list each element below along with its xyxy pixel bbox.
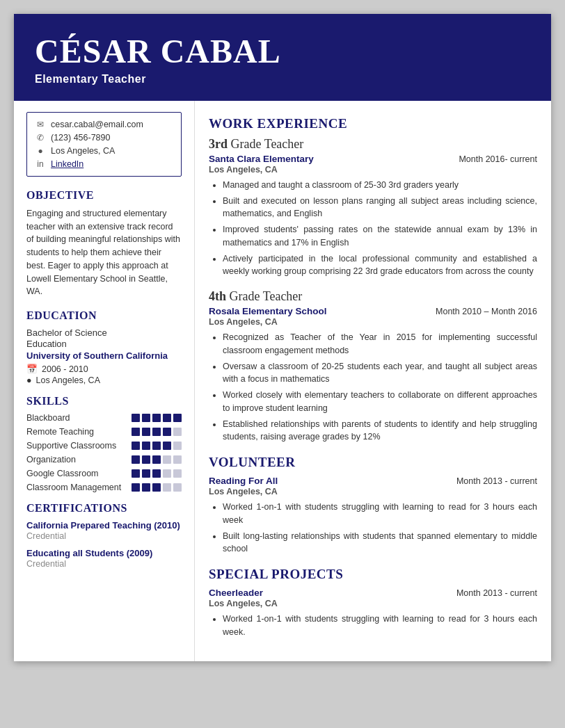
cert-name: California Prepared Teaching (2010) — [26, 520, 182, 531]
map-pin-icon: ● — [26, 375, 32, 385]
skill-dots — [132, 414, 182, 422]
resume-container: CÉSAR CABAL Elementary Teacher ✉ cesar.c… — [14, 14, 551, 661]
special-project-bullet: Worked 1-on-1 with students struggling w… — [223, 613, 537, 639]
contact-phone: ✆ (123) 456-7890 — [35, 133, 173, 143]
skill-item: Supportive Classrooms — [26, 441, 182, 451]
main-content: WORK EXPERIENCE 3rd Grade TeacherSanta C… — [195, 101, 551, 661]
job-item: 3rd Grade TeacherSanta Clara ElementaryM… — [209, 137, 537, 278]
job-title-line: 4th Grade Teacher — [209, 289, 537, 304]
volunteer-title: VOLUNTEER — [209, 455, 537, 470]
skill-dot-empty — [163, 455, 171, 464]
objective-text: Engaging and structured elementary teach… — [26, 207, 182, 298]
skill-dot-filled — [132, 414, 140, 422]
skill-dots — [132, 469, 182, 478]
special-projects-section: SPECIAL PROJECTS Cheerleader Month 2013 … — [209, 567, 537, 639]
skill-item: Organization — [26, 455, 182, 464]
job-bullet: Oversaw a classroom of 20-25 students ea… — [223, 360, 537, 387]
job-bullet: Actively participated in the local profe… — [223, 252, 537, 279]
skills-title: SKILLS — [26, 395, 182, 407]
skill-dot-empty — [173, 428, 182, 436]
job-company: Santa Clara Elementary — [209, 154, 314, 164]
skill-dot-empty — [173, 442, 182, 450]
skill-item: Classroom Management — [26, 483, 182, 492]
volunteer-location: Los Angeles, CA — [209, 487, 537, 496]
volunteer-bullets: Worked 1-on-1 with students struggling w… — [209, 501, 537, 556]
skill-dot-empty — [173, 483, 182, 492]
skill-dot-filled — [152, 455, 161, 464]
job-item: 4th Grade TeacherRosala Elementary Schoo… — [209, 289, 537, 444]
skill-dot-filled — [152, 414, 161, 422]
jobs-list: 3rd Grade TeacherSanta Clara ElementaryM… — [209, 137, 537, 444]
skill-item: Google Classroom — [26, 469, 182, 478]
special-project-name: Cheerleader — [209, 588, 263, 598]
objective-title: OBJECTIVE — [26, 189, 182, 202]
job-bullets: Managed and taught a classroom of 25-30 … — [209, 179, 537, 278]
skill-dot-filled — [142, 469, 150, 478]
body-section: ✉ cesar.cabal@email.com ✆ (123) 456-7890… — [14, 101, 551, 661]
contact-block: ✉ cesar.cabal@email.com ✆ (123) 456-7890… — [26, 112, 182, 177]
contact-email: ✉ cesar.cabal@email.com — [35, 120, 173, 129]
skill-dots — [132, 455, 182, 464]
skills-list: BlackboardRemote TeachingSupportive Clas… — [26, 413, 182, 492]
job-bullet: Managed and taught a classroom of 25-30 … — [223, 179, 537, 192]
job-bullet: Recognized as Teacher of the Year in 201… — [223, 331, 537, 357]
skill-name: Google Classroom — [26, 469, 132, 478]
linkedin-icon: in — [35, 159, 45, 169]
phone-icon: ✆ — [35, 133, 45, 143]
certifications-title: CERTIFICATIONS — [26, 502, 182, 515]
skill-dot-filled — [152, 428, 161, 436]
edu-university: University of Southern California — [26, 350, 182, 361]
skill-dot-empty — [163, 469, 171, 478]
edu-years: 📅 2006 - 2010 — [26, 364, 182, 374]
skill-dot-filled — [132, 428, 140, 436]
work-experience-title: WORK EXPERIENCE — [209, 116, 537, 131]
skill-dots — [132, 483, 182, 492]
skill-dot-filled — [163, 442, 171, 450]
skill-dot-filled — [142, 414, 150, 422]
cert-name: Educating all Students (2009) — [26, 548, 182, 558]
contact-location: ● Los Angeles, CA — [35, 146, 173, 156]
work-experience-section: WORK EXPERIENCE 3rd Grade TeacherSanta C… — [209, 116, 537, 444]
job-bullet: Worked closely with elementary teachers … — [223, 389, 537, 415]
special-project-location: Los Angeles, CA — [209, 599, 537, 608]
skill-name: Supportive Classrooms — [26, 441, 132, 451]
job-bullet: Improved students' passing rates on the … — [223, 223, 537, 250]
volunteer-job: Reading For All Month 2013 - current Los… — [209, 476, 537, 556]
skill-dot-empty — [173, 455, 182, 464]
email-icon: ✉ — [35, 120, 45, 129]
skill-dots — [132, 428, 182, 436]
contact-linkedin[interactable]: in LinkedIn — [35, 159, 173, 169]
job-company: Rosala Elementary School — [209, 306, 327, 316]
skill-dot-filled — [142, 483, 150, 492]
volunteer-org: Reading For All — [209, 476, 278, 486]
skill-name: Classroom Management — [26, 483, 132, 492]
job-title-line: 3rd Grade Teacher — [209, 137, 537, 152]
edu-degree: Bachelor of Science — [26, 327, 182, 338]
job-bullet: Built and executed on lesson plans rangi… — [223, 195, 537, 221]
special-projects-title: SPECIAL PROJECTS — [209, 567, 537, 582]
skills-section: SKILLS BlackboardRemote TeachingSupporti… — [26, 395, 182, 492]
skill-dot-filled — [142, 455, 150, 464]
certifications-list: California Prepared Teaching (2010)Crede… — [26, 520, 182, 569]
volunteer-dates: Month 2013 - current — [456, 476, 537, 486]
skill-dot-empty — [173, 469, 182, 478]
skill-dot-filled — [142, 442, 150, 450]
job-company-row: Santa Clara ElementaryMonth 2016- curren… — [209, 154, 537, 164]
job-bullet: Established relationships with parents o… — [223, 418, 537, 444]
candidate-title: Elementary Teacher — [35, 73, 530, 86]
special-project-row: Cheerleader Month 2013 - current — [209, 588, 537, 598]
job-dates: Month 2010 – Month 2016 — [436, 307, 537, 316]
header-section: CÉSAR CABAL Elementary Teacher — [14, 14, 551, 101]
calendar-icon: 📅 — [26, 364, 38, 374]
skill-dot-filled — [163, 428, 171, 436]
skill-name: Organization — [26, 455, 132, 464]
skill-name: Blackboard — [26, 413, 132, 423]
skill-dot-filled — [132, 442, 140, 450]
special-project-dates: Month 2013 - current — [456, 588, 537, 598]
skill-dot-filled — [152, 469, 161, 478]
skill-dot-filled — [132, 469, 140, 478]
job-location: Los Angeles, CA — [209, 317, 537, 327]
cert-type: Credential — [26, 531, 182, 541]
skill-dot-filled — [173, 414, 182, 422]
certifications-section: CERTIFICATIONS California Prepared Teach… — [26, 502, 182, 569]
